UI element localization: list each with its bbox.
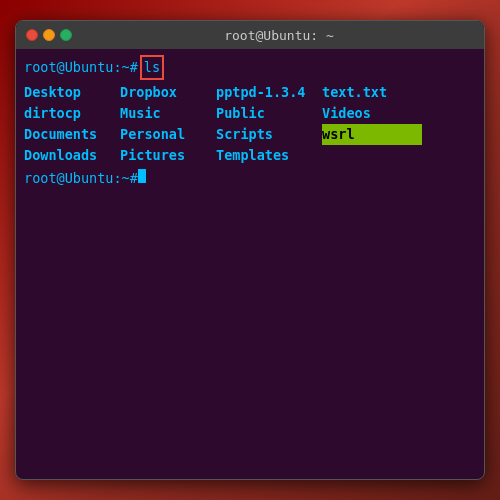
cell-pictures: Pictures [120,145,216,166]
cursor [138,169,146,183]
command-line: root@Ubuntu:~# ls [24,55,476,80]
cursor-line: root@Ubuntu:~# [24,168,476,189]
cell-videos: Videos [322,103,422,124]
cell-templates: Templates [216,145,322,166]
cell-texttxt: text.txt [322,82,422,103]
prompt1: root@Ubuntu:~# [24,57,138,78]
cell-pptpd: pptpd-1.3.4 [216,82,322,103]
cell-desktop: Desktop [24,82,120,103]
ls-row-4: Downloads Pictures Templates [24,145,476,166]
maximize-button[interactable] [60,29,72,41]
cell-wsrl: wsrl [322,124,422,145]
cell-public: Public [216,103,322,124]
minimize-button[interactable] [43,29,55,41]
title-bar: root@Ubuntu: ~ [16,21,484,49]
cell-documents: Documents [24,124,120,145]
cell-music: Music [120,103,216,124]
window-title: root@Ubuntu: ~ [84,28,474,43]
ls-row-3: Documents Personal Scripts wsrl [24,124,476,145]
cell-dirtocp: dirtocp [24,103,120,124]
terminal-body[interactable]: root@Ubuntu:~# ls Desktop Dropbox pptpd-… [16,49,484,479]
close-button[interactable] [26,29,38,41]
window-controls [26,29,72,41]
ls-row-2: dirtocp Music Public Videos [24,103,476,124]
cell-scripts: Scripts [216,124,322,145]
cell-dropbox: Dropbox [120,82,216,103]
terminal-window: root@Ubuntu: ~ root@Ubuntu:~# ls Desktop… [15,20,485,480]
prompt2: root@Ubuntu:~# [24,168,138,189]
ls-output: Desktop Dropbox pptpd-1.3.4 text.txt dir… [24,82,476,166]
cell-personal: Personal [120,124,216,145]
ls-row-1: Desktop Dropbox pptpd-1.3.4 text.txt [24,82,476,103]
cell-empty4 [322,145,422,166]
command-input: ls [140,55,164,80]
cell-downloads: Downloads [24,145,120,166]
